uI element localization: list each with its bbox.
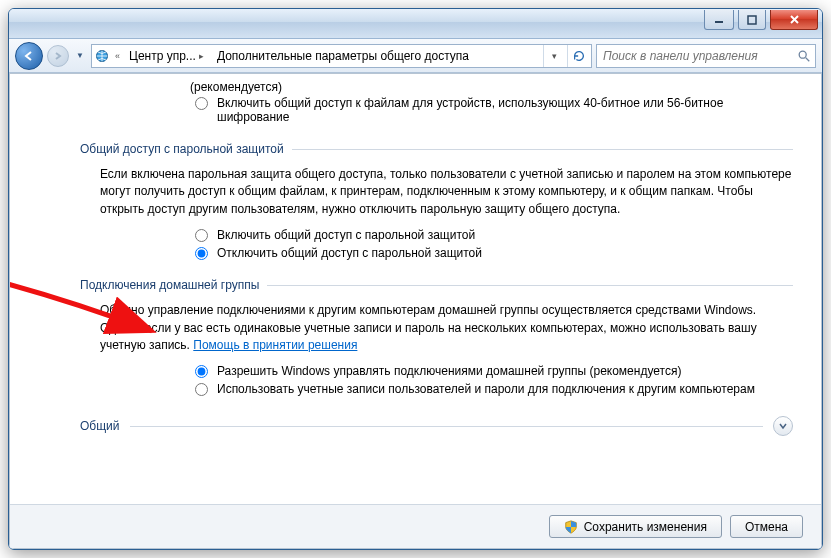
network-icon (94, 48, 110, 64)
search-icon (796, 48, 811, 64)
window-controls (704, 10, 818, 30)
divider (267, 285, 793, 286)
refresh-button[interactable] (567, 45, 589, 67)
option-label: Включить общий доступ к файлам для устро… (217, 96, 793, 124)
option-hg-windows-managed[interactable]: Разрешить Windows управлять подключениям… (80, 362, 793, 380)
content-panel: (рекомендуется) Включить общий доступ к … (9, 73, 822, 549)
option-label: Отключить общий доступ с парольной защит… (217, 246, 482, 260)
button-label: Отмена (745, 520, 788, 534)
nav-forward-button[interactable] (47, 45, 69, 67)
maximize-button[interactable] (738, 10, 766, 30)
radio-password-on[interactable] (195, 229, 208, 242)
option-label: Разрешить Windows управлять подключениям… (217, 364, 681, 378)
svg-rect-1 (748, 16, 756, 24)
breadcrumb-segment-1[interactable]: Центр упр... ▸ (125, 45, 211, 67)
option-password-off[interactable]: Отключить общий доступ с парольной защит… (80, 244, 793, 262)
breadcrumb-segment-2[interactable]: Дополнительные параметры общего доступа (213, 45, 473, 67)
minimize-button[interactable] (704, 10, 734, 30)
divider (130, 426, 764, 427)
section-title: Общий (80, 419, 120, 433)
option-encryption-4056[interactable]: Включить общий доступ к файлам для устро… (80, 94, 793, 126)
nav-row: ▼ « Центр упр... ▸ Дополнительные параме… (9, 39, 822, 73)
option-hg-user-accounts[interactable]: Использовать учетные записи пользователе… (80, 380, 793, 398)
password-description: Если включена парольная защита общего до… (80, 166, 793, 226)
shield-icon (564, 520, 578, 534)
svg-line-6 (805, 57, 809, 61)
search-input[interactable] (601, 48, 796, 64)
address-dropdown-button[interactable]: ▾ (543, 45, 565, 67)
footer-bar: Сохранить изменения Отмена (10, 504, 821, 548)
section-password-sharing: Общий доступ с парольной защитой (80, 142, 793, 156)
expand-button[interactable] (773, 416, 793, 436)
search-box[interactable] (596, 44, 816, 68)
svg-point-5 (799, 51, 806, 58)
cancel-button[interactable]: Отмена (730, 515, 803, 538)
section-title: Общий доступ с парольной защитой (80, 142, 284, 156)
section-title: Подключения домашней группы (80, 278, 259, 292)
section-homegroup: Подключения домашней группы (80, 278, 793, 292)
address-bar[interactable]: « Центр упр... ▸ Дополнительные параметр… (91, 44, 592, 68)
help-link[interactable]: Помощь в принятии решения (193, 338, 357, 352)
save-button[interactable]: Сохранить изменения (549, 515, 722, 538)
scroll-area[interactable]: (рекомендуется) Включить общий доступ к … (10, 74, 821, 504)
section-common: Общий (80, 416, 793, 436)
homegroup-description: Обычно управление подключениями к другим… (80, 302, 793, 362)
nav-history-dropdown[interactable]: ▼ (73, 46, 87, 66)
radio-hg-windows[interactable] (195, 365, 208, 378)
close-button[interactable] (770, 10, 818, 30)
explorer-window: ▼ « Центр упр... ▸ Дополнительные параме… (8, 8, 823, 550)
recommended-suffix: (рекомендуется) (80, 80, 793, 94)
crumb-label: Центр упр... (129, 49, 196, 63)
radio-password-off[interactable] (195, 247, 208, 260)
chevron-right-icon: ▸ (196, 51, 207, 61)
crumb-label: Дополнительные параметры общего доступа (217, 49, 469, 63)
nav-back-button[interactable] (15, 42, 43, 70)
button-label: Сохранить изменения (584, 520, 707, 534)
radio-encryption-4056[interactable] (195, 97, 208, 110)
chevron-icon: « (112, 51, 123, 61)
divider (292, 149, 793, 150)
titlebar (9, 9, 822, 39)
option-label: Использовать учетные записи пользователе… (217, 382, 755, 396)
option-label: Включить общий доступ с парольной защито… (217, 228, 475, 242)
radio-hg-user[interactable] (195, 383, 208, 396)
option-password-on[interactable]: Включить общий доступ с парольной защито… (80, 226, 793, 244)
